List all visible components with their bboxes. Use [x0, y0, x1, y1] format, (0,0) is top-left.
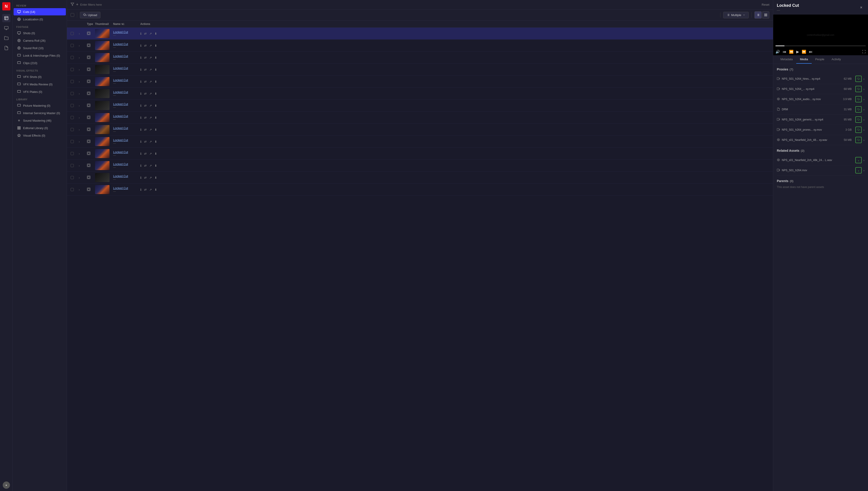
info-icon[interactable]: ℹ — [140, 128, 142, 132]
download-icon[interactable]: ⬇ — [155, 56, 157, 59]
row-checkbox[interactable] — [71, 140, 79, 143]
filter-icon[interactable] — [71, 2, 74, 7]
share-icon[interactable]: ↗ — [149, 104, 152, 107]
table-row[interactable]: › Locked Cut — ℹ ⇄ ↗ ⬇ — [67, 64, 773, 76]
proxy-chevron-icon[interactable]: › — [864, 77, 864, 81]
info-icon[interactable]: ℹ — [140, 116, 142, 119]
row-expand[interactable]: › — [79, 164, 87, 167]
row-expand[interactable]: › — [79, 152, 87, 155]
table-row[interactable]: › Locked Cut — ℹ ⇄ ↗ ⬇ — [67, 99, 773, 112]
sidebar-item-vfx-plates[interactable]: VFX Plates (0) — [13, 88, 66, 95]
download-icon[interactable]: ⬇ — [155, 104, 157, 107]
link-icon[interactable]: ⇄ — [144, 140, 147, 143]
share-icon[interactable]: ↗ — [149, 68, 152, 71]
info-icon[interactable]: ℹ — [140, 44, 142, 47]
row-expand[interactable]: › — [79, 56, 87, 59]
sidebar-item-editorial-library[interactable]: Editorial Library (0) — [13, 124, 66, 132]
close-panel-button[interactable]: × — [858, 4, 864, 11]
row-checkbox[interactable] — [71, 68, 79, 71]
nav-icon-review[interactable] — [2, 14, 10, 22]
info-icon[interactable]: ℹ — [140, 104, 142, 107]
proxy-download-button[interactable] — [855, 96, 862, 103]
sidebar-item-clips[interactable]: Clips (210) — [13, 59, 66, 66]
sidebar-item-vfx-media-review[interactable]: VFX Media Review (0) — [13, 81, 66, 88]
download-icon[interactable]: ⬇ — [155, 188, 157, 191]
select-all-checkbox[interactable] — [71, 13, 74, 17]
sidebar-item-look-interchange[interactable]: Look & Interchange Files (0) — [13, 52, 66, 59]
proxy-download-button[interactable] — [855, 116, 862, 123]
related-download-button[interactable] — [855, 157, 862, 163]
row-name-link[interactable]: Locked Cut — [113, 103, 140, 106]
proxy-download-button[interactable] — [855, 126, 862, 133]
video-progress-bar[interactable] — [775, 46, 866, 46]
info-icon[interactable]: ℹ — [140, 68, 142, 71]
link-icon[interactable]: ⇄ — [144, 104, 147, 107]
reset-button[interactable]: Reset — [762, 3, 769, 6]
proxy-download-button[interactable] — [855, 86, 862, 92]
share-icon[interactable]: ↗ — [149, 176, 152, 179]
nav-icon-monitor[interactable] — [2, 24, 10, 32]
row-name-link[interactable]: Locked Cut — [113, 126, 140, 130]
row-name-link[interactable]: Locked Cut — [113, 90, 140, 94]
sidebar-item-picture-mastering[interactable]: Picture Mastering (0) — [13, 102, 66, 109]
row-name-link[interactable]: Locked Cut — [113, 174, 140, 178]
link-icon[interactable]: ⇄ — [144, 32, 147, 35]
related-chevron-icon[interactable]: › — [864, 158, 864, 162]
table-row[interactable]: › Locked Cut — ℹ ⇄ ↗ ⬇ — [67, 88, 773, 99]
link-icon[interactable]: ⇄ — [144, 164, 147, 167]
share-icon[interactable]: ↗ — [149, 56, 152, 59]
row-expand[interactable]: › — [79, 68, 87, 71]
row-checkbox[interactable] — [71, 104, 79, 107]
row-name-link[interactable]: Locked Cut — [113, 163, 140, 166]
row-expand[interactable]: › — [79, 80, 87, 83]
row-checkbox[interactable] — [71, 56, 79, 59]
row-expand[interactable]: › — [79, 176, 87, 179]
sidebar-item-sound-roll[interactable]: Sound Roll (10) — [13, 45, 66, 52]
row-checkbox[interactable] — [71, 80, 79, 83]
related-download-button[interactable] — [855, 167, 862, 173]
share-icon[interactable]: ↗ — [149, 80, 152, 83]
row-expand[interactable]: › — [79, 104, 87, 107]
share-icon[interactable]: ↗ — [149, 92, 152, 95]
row-checkbox[interactable] — [71, 152, 79, 155]
table-row[interactable]: › Locked Cut — ℹ ⇄ ↗ ⬇ — [67, 76, 773, 88]
share-icon[interactable]: ↗ — [149, 152, 152, 155]
tab-metadata[interactable]: Metadata — [777, 55, 796, 64]
upload-button[interactable]: Upload — [80, 12, 100, 18]
proxy-chevron-icon[interactable]: › — [864, 87, 864, 91]
row-checkbox[interactable] — [71, 32, 79, 35]
proxy-chevron-icon[interactable]: › — [864, 97, 864, 101]
sidebar-item-visual-effects[interactable]: Visual Effects (0) — [13, 132, 66, 139]
sidebar-item-cuts[interactable]: Cuts (14) — [13, 8, 66, 16]
info-icon[interactable]: ℹ — [140, 188, 142, 191]
row-checkbox[interactable] — [71, 176, 79, 179]
rewind-icon[interactable]: ⏮ — [783, 50, 786, 54]
link-icon[interactable]: ⇄ — [144, 188, 147, 191]
row-name-link[interactable]: Locked Cut — [113, 54, 140, 58]
share-icon[interactable]: ↗ — [149, 188, 152, 191]
table-row[interactable]: › Locked Cut — ℹ ⇄ ↗ ⬇ — [67, 52, 773, 64]
nav-icon-folder[interactable] — [2, 34, 10, 42]
fast-forward-icon[interactable]: ⏭ — [809, 50, 812, 54]
row-expand[interactable]: › — [79, 128, 87, 132]
download-icon[interactable]: ⬇ — [155, 32, 157, 35]
info-icon[interactable]: ℹ — [140, 152, 142, 155]
table-row[interactable]: › Locked Cut — ℹ ⇄ ↗ ⬇ — [67, 112, 773, 124]
sidebar-item-vfx-shots[interactable]: VFX Shots (0) — [13, 73, 66, 80]
download-icon[interactable]: ⬇ — [155, 68, 157, 71]
multiple-button[interactable]: Multiple — [723, 12, 749, 18]
tab-activity[interactable]: Activity — [828, 55, 844, 64]
download-icon[interactable]: ⬇ — [155, 92, 157, 95]
row-expand[interactable]: › — [79, 92, 87, 95]
row-checkbox[interactable] — [71, 128, 79, 131]
row-name-link[interactable]: Locked Cut — [113, 138, 140, 142]
row-name-link[interactable]: Locked Cut — [113, 114, 140, 118]
row-checkbox[interactable] — [71, 116, 79, 119]
link-icon[interactable]: ⇄ — [144, 56, 147, 59]
info-icon[interactable]: ℹ — [140, 80, 142, 83]
sidebar-item-camera-roll[interactable]: Camera Roll (26) — [13, 37, 66, 44]
row-expand[interactable]: › — [79, 32, 87, 35]
share-icon[interactable]: ↗ — [149, 128, 152, 132]
download-icon[interactable]: ⬇ — [155, 152, 157, 155]
row-checkbox[interactable] — [71, 44, 79, 47]
